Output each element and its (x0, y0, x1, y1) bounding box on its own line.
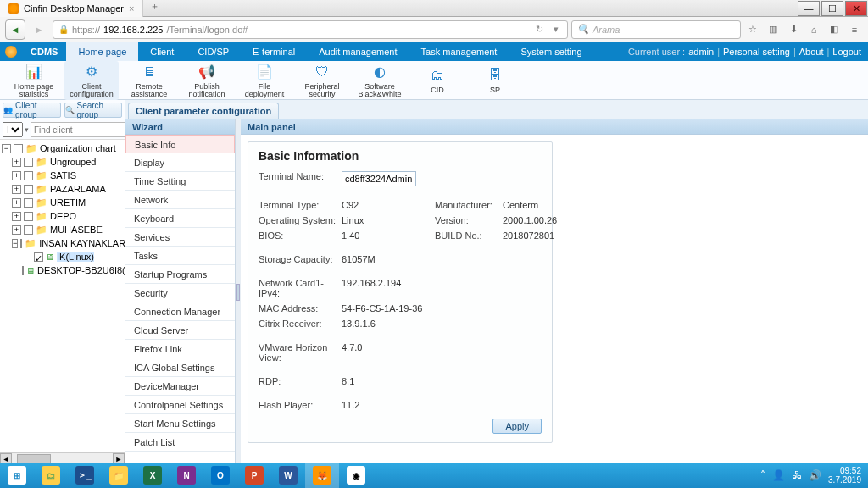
main-nav-home-page[interactable]: Home page (66, 42, 138, 61)
ribbon-home-page[interactable]: 📊Home pagestatistics (7, 61, 61, 100)
home-icon[interactable]: ⌂ (805, 25, 822, 35)
wizard-item-cloud-server[interactable]: Cloud Server (125, 321, 235, 340)
tree-expand-icon[interactable]: − (12, 239, 18, 248)
tree-node[interactable]: +📁URETIM (0, 196, 125, 209)
wizard-item-display[interactable]: Display (125, 153, 235, 172)
sidebar-icon[interactable]: ◧ (826, 24, 843, 35)
tree-node[interactable]: 🖥DESKTOP-BB2U6I8(Wi (0, 263, 125, 277)
tree-node[interactable]: +📁MUHASEBE (0, 223, 125, 236)
window-close-button[interactable]: ✕ (845, 1, 867, 16)
main-nav-cid/sp[interactable]: CID/SP (186, 42, 241, 61)
tree-node[interactable]: −📁INSAN KAYNAKLARI (0, 236, 125, 250)
wizard-item-keyboard[interactable]: Keyboard (125, 209, 235, 228)
ribbon-cid[interactable]: 🗂CID (410, 64, 465, 96)
tree-checkbox[interactable]: ✓ (34, 252, 43, 262)
ribbon-software[interactable]: ◐SoftwareBlack&White (353, 61, 407, 100)
task-chrome[interactable]: ◉ (339, 463, 373, 488)
tab-close-icon[interactable]: × (129, 3, 134, 14)
personal-setting-link[interactable]: Personal setting (723, 47, 790, 57)
task-powerpoint[interactable]: P (237, 463, 271, 488)
browser-tab[interactable]: Cinfin Desktop Manager × (0, 0, 143, 17)
downloads-icon[interactable]: ⬇ (785, 24, 802, 35)
back-button[interactable]: ◄ (5, 19, 25, 40)
wizard-item-controlpanel-settings[interactable]: Controlpanel Settings (125, 396, 235, 414)
task-powershell[interactable]: ＞_ (68, 463, 102, 488)
wizard-item-security[interactable]: Security (125, 284, 235, 302)
search-mode-select[interactable]: IP (3, 122, 23, 137)
tree-checkbox[interactable] (24, 185, 33, 194)
tree-expand-icon[interactable]: + (12, 158, 21, 167)
main-nav-audit-management[interactable]: Audit management (307, 42, 409, 61)
bookmark-icon[interactable]: ☆ (744, 24, 761, 35)
window-maximize-button[interactable]: ☐ (821, 1, 843, 16)
ribbon-remote[interactable]: 🖥Remoteassistance (122, 61, 176, 100)
tree-checkbox[interactable] (24, 198, 33, 208)
tree-expand-icon[interactable]: + (12, 212, 21, 221)
tree-expand-icon[interactable]: + (12, 171, 21, 180)
menu-icon[interactable]: ≡ (846, 25, 863, 35)
wizard-item-time-setting[interactable]: Time Setting (125, 172, 235, 191)
logout-link[interactable]: Logout (832, 47, 861, 57)
ribbon-peripheral[interactable]: 🛡Peripheralsecurity (295, 61, 349, 100)
task-outlook[interactable]: O (203, 463, 237, 488)
wizard-item-network[interactable]: Network (125, 191, 235, 209)
tray-people-icon[interactable]: 👤 (772, 469, 785, 481)
task-firefox[interactable]: 🦊 (305, 463, 339, 488)
pocket-icon[interactable]: ▥ (765, 24, 782, 35)
tree-node[interactable]: +📁Ungrouped (0, 155, 125, 169)
tree-checkbox[interactable] (22, 266, 24, 275)
task-explorer2[interactable]: 📁 (102, 463, 136, 488)
tree-node[interactable]: +📁PAZARLAMA (0, 182, 125, 196)
ribbon-file[interactable]: 📄Filedeployment (237, 61, 292, 100)
sidebar-tab-client-group[interactable]: 👥Client group (3, 103, 61, 118)
ribbon-sp[interactable]: 🗄SP (468, 64, 522, 96)
main-nav-task-management[interactable]: Task management (409, 42, 509, 61)
wizard-item-patch-list[interactable]: Patch List (125, 433, 235, 452)
new-tab-button[interactable]: ＋ (143, 0, 166, 17)
window-minimize-button[interactable]: — (798, 1, 820, 16)
tree-expand-icon[interactable]: − (2, 144, 11, 153)
tree-expand-icon[interactable]: + (12, 185, 21, 194)
wizard-item-devicemanager[interactable]: DeviceManager (125, 377, 235, 396)
browser-search[interactable]: 🔍 Arama (571, 20, 741, 39)
tree-checkbox[interactable] (24, 212, 33, 221)
tree-node[interactable]: +📁SATIS (0, 169, 125, 182)
forward-button[interactable]: ► (29, 19, 49, 40)
ribbon-publish[interactable]: 📢Publishnotification (180, 61, 234, 100)
terminal-name-input[interactable] (342, 171, 416, 186)
apply-button[interactable]: Apply (492, 419, 542, 434)
task-excel[interactable]: X (136, 463, 170, 488)
tree-expand-icon[interactable]: + (12, 198, 21, 208)
main-nav-e-terminal[interactable]: E-terminal (241, 42, 307, 61)
tree-node[interactable]: −📁Organization chart (0, 141, 125, 155)
about-link[interactable]: About (799, 47, 824, 57)
sidebar-tab-search-group[interactable]: 🔍Search group (64, 103, 123, 118)
tree-checkbox[interactable] (24, 171, 33, 180)
reload-icon[interactable]: ↻ (532, 24, 547, 35)
wizard-item-tasks[interactable]: Tasks (125, 247, 235, 265)
user-name-link[interactable]: admin (688, 47, 714, 57)
taskbar-clock[interactable]: 09:52 3.7.2019 (828, 466, 861, 485)
url-dropdown-icon[interactable]: ▾ (550, 24, 562, 35)
tray-network-icon[interactable]: 🖧 (792, 469, 802, 481)
tree-node[interactable]: ✓🖥IK(Linux) (0, 250, 125, 263)
tree-checkbox[interactable] (24, 225, 33, 235)
tree-node[interactable]: +📁DEPO (0, 209, 125, 223)
wizard-item-startup-programs[interactable]: Startup Programs (125, 265, 235, 284)
wizard-item-ica-global-settings[interactable]: ICA Global Settings (125, 358, 235, 377)
wizard-item-firefox-link[interactable]: Firefox Link (125, 340, 235, 358)
main-nav-system-setting[interactable]: System setting (509, 42, 593, 61)
wizard-item-start-menu-settings[interactable]: Start Menu Settings (125, 414, 235, 433)
start-button[interactable]: ⊞ (0, 463, 34, 488)
tray-volume-icon[interactable]: 🔊 (809, 469, 821, 481)
tree-expand-icon[interactable]: + (12, 225, 21, 235)
tree-checkbox[interactable] (24, 158, 33, 167)
wizard-item-services[interactable]: Services (125, 228, 235, 247)
tray-up-icon[interactable]: ˄ (760, 469, 765, 481)
task-word[interactable]: W (271, 463, 305, 488)
url-bar[interactable]: 🔒 https://192.168.2.225/Terminal/logon.d… (53, 20, 568, 39)
main-nav-client[interactable]: Client (138, 42, 186, 61)
client-param-config-tab[interactable]: Client parameter configuration (128, 103, 279, 119)
wizard-item-connection-manager[interactable]: Connection Manager (125, 302, 235, 321)
tree-checkbox[interactable] (20, 239, 22, 248)
